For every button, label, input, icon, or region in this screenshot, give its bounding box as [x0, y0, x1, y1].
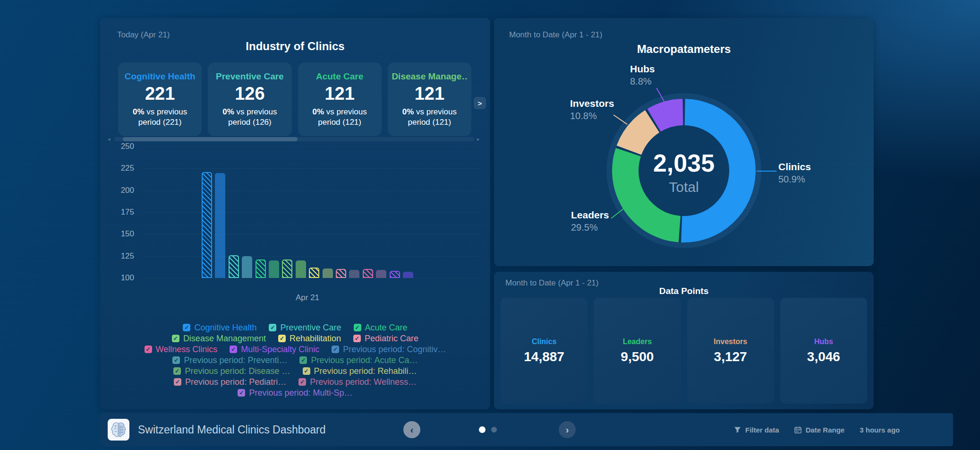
- bar: [363, 269, 373, 278]
- legend-row: ✓Previous period: Preventi…✓Previous per…: [100, 355, 490, 365]
- legend-item-label: Previous period: Acute Ca…: [311, 355, 418, 365]
- data-point-value: 9,500: [621, 349, 654, 364]
- gridline: [144, 168, 480, 169]
- legend-item[interactable]: ✓Cognitive Health: [183, 322, 256, 333]
- legend-checkbox-icon: ✓: [353, 335, 361, 342]
- legend-item[interactable]: ✓Multi-Specialty Clinic: [230, 344, 319, 355]
- donut-label-clinics: Clinics 50.9%: [778, 161, 811, 185]
- legend-item[interactable]: ✓Previous period: Pediatri…: [174, 377, 286, 387]
- y-axis-tick: 250: [107, 142, 134, 151]
- legend-row: ✓Wellness Clinics✓Multi-Specialty Clinic…: [100, 344, 490, 355]
- legend-item-label: Rehabilitation: [290, 333, 341, 344]
- data-point-card[interactable]: Hubs3,046: [780, 298, 867, 404]
- scrollbar-right-arrow[interactable]: ▸: [477, 136, 480, 142]
- legend-checkbox-icon: ✓: [278, 335, 286, 342]
- stat-card[interactable]: Preventive Care1260% vs previous period …: [208, 62, 291, 136]
- donut-label-leaders: Leaders 29.5%: [571, 209, 609, 233]
- page-dot[interactable]: [491, 427, 497, 433]
- legend-checkbox-icon: ✓: [174, 378, 181, 386]
- legend-item[interactable]: ✓Previous period: Wellness…: [298, 377, 417, 387]
- legend-item-label: Previous period: Wellness…: [310, 377, 417, 387]
- y-axis-tick: 175: [107, 208, 134, 217]
- legend-item-label: Previous period: Rehabili…: [314, 366, 417, 376]
- data-point-card[interactable]: Clinics14,887: [501, 298, 588, 404]
- period-label: Today (Apr 21): [117, 30, 170, 40]
- y-axis-tick: 200: [107, 186, 134, 195]
- panel-title: Data Points: [494, 286, 874, 296]
- gridline: [144, 190, 480, 191]
- legend-item-label: Pediatric Care: [365, 333, 418, 344]
- legend-item[interactable]: ✓Previous period: Preventi…: [172, 355, 287, 365]
- data-point-value: 14,887: [524, 349, 564, 364]
- stat-card-delta: 0% vs previous period (126): [213, 107, 287, 127]
- data-points-cards-row: Clinics14,887Leaders9,500Investors3,127H…: [501, 298, 867, 404]
- investors-connector-line: [614, 115, 627, 124]
- brain-logo-icon: [108, 419, 129, 441]
- legend-checkbox-icon: ✓: [145, 346, 152, 353]
- donut-center-total: 2,035 Total: [627, 151, 741, 195]
- data-point-card[interactable]: Leaders9,500: [594, 298, 681, 404]
- bar: [269, 260, 279, 278]
- next-page-button[interactable]: ›: [559, 421, 576, 438]
- legend-item[interactable]: ✓Previous period: Acute Ca…: [299, 355, 418, 365]
- filter-data-button[interactable]: Filter data: [734, 426, 779, 434]
- data-point-card[interactable]: Investors3,127: [687, 298, 774, 404]
- gridline: [144, 234, 480, 234]
- data-point-label: Leaders: [623, 338, 652, 346]
- bar: [256, 260, 266, 278]
- legend-row: ✓Cognitive Health✓Preventive Care✓Acute …: [100, 322, 490, 333]
- legend-item[interactable]: ✓Disease Management: [172, 333, 266, 344]
- scrollbar-left-arrow[interactable]: ◂: [108, 136, 111, 142]
- legend-item[interactable]: ✓Previous period: Rehabili…: [303, 366, 417, 376]
- bar: [403, 272, 413, 278]
- bar: [282, 260, 292, 278]
- y-axis-tick: 125: [107, 251, 134, 261]
- bar: [242, 256, 252, 278]
- calendar-icon: [794, 426, 801, 433]
- legend-checkbox-icon: ✓: [332, 346, 339, 353]
- legend-item-label: Multi-Specialty Clinic: [241, 344, 319, 355]
- legend-item[interactable]: ✓Previous period: Cognitiv…: [332, 344, 446, 355]
- stat-card[interactable]: Acute Care1210% vs previous period (121): [298, 62, 382, 136]
- last-updated-label: 3 hours ago: [860, 426, 900, 434]
- bar: [336, 269, 346, 278]
- stat-card-label: Preventive Care: [216, 71, 284, 82]
- next-cards-button[interactable]: >: [474, 97, 486, 109]
- horizontal-scrollbar-track[interactable]: [114, 137, 474, 141]
- legend-item-label: Previous period: Disease …: [185, 366, 290, 376]
- legend-checkbox-icon: ✓: [303, 367, 310, 375]
- legend-checkbox-icon: ✓: [354, 324, 361, 331]
- horizontal-scrollbar-thumb[interactable]: [123, 137, 298, 141]
- page-dot[interactable]: [479, 426, 486, 433]
- dashboard-title: Switzerland Medical Clinics Dashboard: [138, 413, 326, 446]
- legend-checkbox-icon: ✓: [238, 389, 245, 397]
- stat-card[interactable]: Cognitive Health2210% vs previous period…: [118, 62, 202, 136]
- legend-item[interactable]: ✓Rehabilitation: [278, 333, 341, 344]
- stat-card-label: Acute Care: [316, 71, 363, 82]
- legend-checkbox-icon: ✓: [298, 378, 306, 386]
- legend-row: ✓Previous period: Multi-Sp…: [100, 388, 490, 398]
- legend-row: ✓Disease Management✓Rehabilitation✓Pedia…: [100, 333, 490, 344]
- legend-item[interactable]: ✓Preventive Care: [269, 322, 341, 333]
- legend-item-label: Previous period: Multi-Sp…: [249, 388, 352, 398]
- date-range-button[interactable]: Date Range: [794, 426, 845, 434]
- stat-card[interactable]: Disease Manage…1210% vs previous period …: [388, 62, 471, 136]
- legend-item[interactable]: ✓Wellness Clinics: [145, 344, 218, 355]
- legend-checkbox-icon: ✓: [172, 356, 180, 364]
- legend-item[interactable]: ✓Previous period: Disease …: [173, 366, 290, 376]
- legend-item[interactable]: ✓Acute Care: [354, 322, 408, 333]
- legend-row: ✓Previous period: Disease …✓Previous per…: [100, 366, 490, 376]
- legend-item-label: Previous period: Cognitiv…: [343, 344, 446, 355]
- bar: [296, 260, 306, 278]
- legend-item[interactable]: ✓Pediatric Care: [353, 333, 418, 344]
- data-point-label: Hubs: [814, 338, 833, 346]
- bar: [229, 255, 239, 278]
- y-axis-tick: 150: [107, 229, 134, 239]
- legend-checkbox-icon: ✓: [172, 335, 179, 342]
- stat-card-delta: 0% vs previous period (121): [302, 107, 377, 127]
- stat-card-value: 121: [324, 84, 354, 104]
- legend-item[interactable]: ✓Previous period: Multi-Sp…: [238, 388, 352, 398]
- previous-page-button[interactable]: ‹: [403, 421, 420, 438]
- stat-card-delta: 0% vs previous period (221): [123, 107, 197, 127]
- stat-card-value: 221: [145, 84, 175, 104]
